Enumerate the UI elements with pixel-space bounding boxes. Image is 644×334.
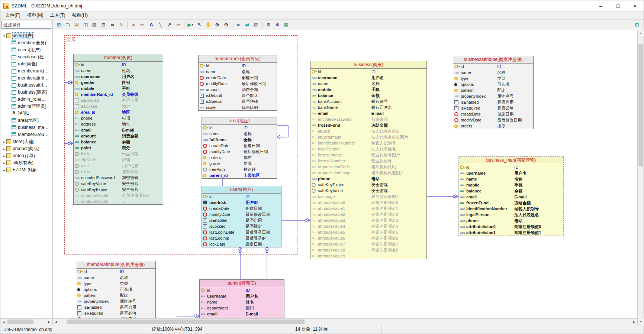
field-row[interactable]: attributeValue1... [74, 198, 163, 204]
field-row[interactable]: mobile手机 [459, 182, 563, 188]
field-row[interactable]: identificationNumber纳税人识别号 [459, 206, 563, 212]
field-row[interactable]: type类型 [453, 75, 533, 81]
scroll-left-button[interactable]: ◀ [53, 319, 59, 325]
field-row[interactable]: createDate创建日期 [202, 143, 277, 149]
build-icon[interactable]: ✱ [273, 20, 282, 29]
field-row[interactable]: grade层级 [202, 160, 277, 166]
field-row[interactable]: username用户名 [310, 75, 426, 81]
delete-icon[interactable]: × [129, 20, 138, 29]
field-row[interactable]: idID [200, 287, 284, 293]
field-row[interactable]: attributeValue0商家注册项值0 [459, 224, 563, 230]
field-row[interactable]: name姓名 [74, 68, 163, 74]
pan-hand-icon[interactable]: ✋ [204, 20, 213, 29]
field-row[interactable]: address地址 [74, 121, 163, 127]
field-row[interactable]: birth出生日期 [74, 151, 163, 157]
image-icon[interactable]: ▨ [282, 20, 291, 29]
field-row[interactable]: attributeValue1商家注册项值1 [459, 230, 563, 236]
maximize-button[interactable]: □ [609, 0, 627, 11]
field-row[interactable]: frozenFund冻结金额 [459, 200, 563, 206]
sidebar-hscrollbar[interactable]: ◀▶ [0, 318, 52, 325]
field-row[interactable]: orders排序 [453, 123, 533, 129]
field-row[interactable]: organizationImage组织机构代证图片 [310, 170, 426, 176]
collapsed-arrow-icon[interactable]: ▸ [2, 161, 6, 165]
field-row[interactable]: attributeValue3商家注册项值3 [310, 217, 426, 223]
menu-file[interactable]: 文件(F) [2, 12, 24, 19]
scroll-track[interactable] [7, 319, 46, 325]
link-icon[interactable]: ∝ [234, 20, 243, 29]
field-row[interactable]: attributeValue8商家注册项值8 [310, 247, 426, 253]
field-row[interactable]: lastLoginDate最后登录日期 [202, 229, 281, 235]
tree-item[interactable]: users(用户) [0, 46, 52, 53]
field-row[interactable]: attributeValue4商家注册项值4 [310, 223, 426, 229]
field-row[interactable]: attributeValue5商家注册项值5 [310, 229, 426, 235]
field-row[interactable]: createDate创建日期 [200, 317, 284, 318]
entity-users[interactable]: users(用户)idIDuserIdstr用户IDcreateDate创建日期… [202, 186, 281, 247]
save-icon[interactable]: ◫ [81, 20, 90, 29]
tree-item[interactable]: admin_role(管理员角色) [0, 96, 52, 103]
field-row[interactable]: isSpecial是否特殊 [199, 98, 277, 104]
zoom-in-icon[interactable]: ⊕ [213, 20, 222, 29]
field-row[interactable]: type类型 [76, 281, 155, 286]
relation-tool-icon[interactable]: ↗ [165, 20, 174, 29]
entity-business[interactable]: business(商家)idIDusername用户名name名称mobile手… [310, 61, 427, 259]
tree-item[interactable]: member(会员) [0, 39, 52, 46]
field-row[interactable]: phone电话 [459, 218, 563, 224]
field-row[interactable]: attributeValue6商家注册项值6 [310, 235, 426, 241]
text-tool-icon[interactable]: A [147, 20, 156, 29]
entity-area[interactable]: area(地区)idIDname名称fullName全称createDate创建… [202, 117, 277, 179]
scroll-right-button[interactable]: ▶ [631, 319, 637, 325]
tree-item[interactable]: business_man(商家管理) [0, 124, 52, 131]
collapsed-arrow-icon[interactable]: ▸ [2, 168, 6, 172]
field-row[interactable]: isLocked是否锁定 [202, 223, 281, 229]
field-row[interactable]: name名称 [76, 275, 155, 281]
field-row[interactable]: isLocked锁定 [74, 103, 163, 109]
field-row[interactable]: emailE-mail [200, 311, 284, 317]
tree-item[interactable]: ▸product(商品) [0, 145, 52, 152]
scroll-thumb[interactable] [7, 320, 33, 324]
tree-item[interactable]: role(角色) [0, 61, 52, 68]
field-row[interactable]: idID [76, 269, 155, 275]
tree-item[interactable]: admin(管理员) [0, 103, 52, 110]
scroll-up-button[interactable]: ▲ [638, 30, 644, 36]
field-row[interactable]: phone电话 [310, 176, 426, 182]
entity-member[interactable]: member(会员)idIDname姓名username用户名gender性别m… [73, 54, 163, 205]
filter-input[interactable] [1, 21, 51, 29]
field-row[interactable]: encodedPassword加密密码 [310, 116, 426, 122]
scroll-track[interactable] [59, 319, 631, 325]
new-file-icon[interactable]: ▢ [63, 20, 72, 29]
field-row[interactable]: attributeValue0会员注册项值0 [74, 192, 163, 198]
field-row[interactable]: mobile手机 [74, 85, 163, 91]
tree-item[interactable]: ▾user(用户) [0, 32, 52, 39]
field-row[interactable]: balance余额 [74, 139, 163, 145]
datatable-grid-icon[interactable]: ⊞ [54, 20, 63, 29]
field-row[interactable]: emailE-mail [310, 110, 426, 116]
diagram-panel-icon[interactable]: ⊡ [632, 20, 641, 29]
scroll-thumb[interactable] [67, 320, 305, 324]
field-row[interactable]: isDefault是否默认 [199, 93, 277, 98]
field-row[interactable]: userIdstr用户ID [202, 200, 281, 205]
field-row[interactable]: attributeValue1商家注册项值1 [310, 205, 426, 211]
field-row[interactable]: mobile手机 [310, 87, 426, 93]
collapsed-arrow-icon[interactable]: ▸ [2, 154, 6, 158]
menu-model[interactable]: 模型(M) [24, 12, 47, 19]
tree-item[interactable]: area(地区) [0, 117, 52, 124]
diagram-canvas[interactable]: 会员member(会员)idIDname姓名username用户名gender性… [53, 30, 637, 318]
settings-gear-icon[interactable]: ⚙ [264, 20, 273, 29]
collapsed-arrow-icon[interactable]: ▸ [2, 147, 6, 151]
field-row[interactable]: emailE-mail [74, 127, 163, 133]
field-row[interactable]: name名称 [453, 69, 533, 75]
field-row[interactable]: modifyDate最后修改日期 [202, 149, 277, 155]
tree-item[interactable]: ▸order(订单) [0, 152, 52, 159]
field-row[interactable]: modifyDate最后修改日期 [199, 81, 277, 87]
entity-business_man[interactable]: business_man(商家管理)idIDusername用户名name名称m… [458, 156, 564, 236]
field-row[interactable]: identificationNumber纳税人识别号 [310, 140, 426, 146]
field-row[interactable]: attributeValue9... [310, 253, 426, 259]
field-row[interactable]: name姓名 [200, 299, 284, 305]
table-frame-icon[interactable]: ▭ [138, 20, 147, 29]
field-row[interactable]: idID [199, 63, 277, 69]
field-row[interactable]: modifyDate最后修改日期 [453, 117, 533, 123]
close-button[interactable]: × [627, 0, 644, 11]
field-row[interactable]: balance余额 [459, 188, 563, 194]
entity-admin[interactable]: admin(管理员)idIDusername用户名name姓名departmen… [199, 279, 284, 318]
field-row[interactable]: idCard法人代表身份证 [310, 128, 426, 134]
